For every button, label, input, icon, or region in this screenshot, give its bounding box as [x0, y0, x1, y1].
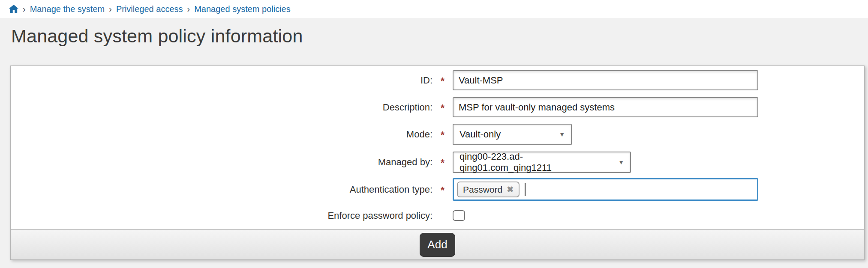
enforce-password-policy-checkbox[interactable]: [453, 210, 465, 221]
breadcrumb-link-privileged-access[interactable]: Privileged access: [116, 4, 183, 14]
managed-by-select[interactable]: qing00-223.ad-qing01.com_qing1211 ▼: [453, 152, 631, 173]
authentication-type-input[interactable]: Password ✖: [453, 178, 758, 201]
remove-tag-icon[interactable]: ✖: [507, 185, 514, 194]
required-asterisk: *: [432, 74, 453, 87]
tag-password-label: Password: [463, 185, 502, 195]
authentication-type-label: Authentication type:: [11, 184, 432, 195]
form-footer: Add: [11, 229, 864, 259]
breadcrumb: › Manage the system › Privileged access …: [0, 0, 868, 18]
breadcrumb-link-managed-system-policies[interactable]: Managed system policies: [194, 4, 291, 14]
form-row-id: ID: *: [11, 70, 864, 90]
required-asterisk-empty: [432, 214, 453, 217]
id-input[interactable]: [453, 70, 758, 90]
breadcrumb-separator: ›: [187, 4, 190, 14]
required-asterisk: *: [432, 101, 453, 114]
form-row-managed-by: Managed by: * qing00-223.ad-qing01.com_q…: [11, 151, 864, 173]
required-asterisk: *: [432, 183, 453, 197]
enforce-password-policy-label: Enforce password policy:: [11, 210, 432, 221]
form-row-mode: Mode: * Vault-only ▼: [11, 124, 864, 145]
add-button[interactable]: Add: [420, 233, 455, 257]
tag-password: Password ✖: [457, 182, 520, 197]
page-title: Managed system policy information: [11, 26, 303, 47]
breadcrumb-separator: ›: [109, 4, 112, 14]
form-panel: ID: * Description: * Mode: * Vault-only …: [10, 66, 865, 260]
breadcrumb-separator: ›: [23, 4, 26, 14]
form-row-enforce-password-policy: Enforce password policy:: [11, 210, 864, 221]
description-input[interactable]: [453, 97, 758, 117]
mode-select[interactable]: Vault-only ▼: [453, 124, 572, 145]
form-row-description: Description: *: [11, 97, 864, 117]
mode-label: Mode:: [11, 129, 432, 140]
home-icon[interactable]: [9, 5, 18, 13]
description-label: Description:: [11, 102, 432, 113]
form-row-authentication-type: Authentication type: * Password ✖: [11, 178, 864, 201]
required-asterisk: *: [432, 155, 453, 169]
mode-select-value: Vault-only: [460, 129, 501, 140]
text-caret: [525, 183, 526, 196]
breadcrumb-link-manage-the-system[interactable]: Manage the system: [30, 4, 105, 14]
required-asterisk: *: [432, 128, 453, 141]
managed-by-label: Managed by:: [11, 157, 432, 168]
id-label: ID:: [11, 75, 432, 86]
managed-by-select-value: qing00-223.ad-qing01.com_qing1211: [460, 151, 613, 173]
chevron-down-icon: ▼: [559, 131, 565, 138]
chevron-down-icon: ▼: [618, 159, 624, 166]
